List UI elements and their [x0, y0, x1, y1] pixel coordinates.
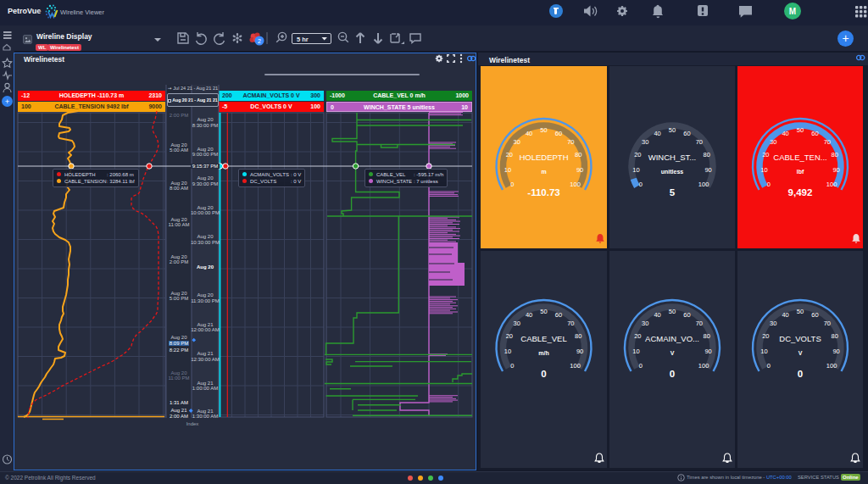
svg-text:90: 90 [576, 166, 583, 174]
svg-text:m/h: m/h [538, 350, 548, 356]
svg-text:0: 0 [767, 181, 771, 188]
svg-text:unitless: unitless [661, 169, 684, 175]
svg-text:90: 90 [704, 166, 711, 174]
svg-text:90: 90 [704, 348, 711, 355]
svg-text:50: 50 [669, 126, 676, 134]
svg-text:10: 10 [760, 348, 767, 355]
svg-text:60: 60 [683, 130, 690, 137]
svg-text:50: 50 [540, 126, 547, 134]
svg-text:70: 70 [696, 138, 703, 146]
svg-text:20: 20 [634, 151, 641, 159]
svg-text:20: 20 [506, 332, 513, 340]
svg-text:40: 40 [654, 311, 660, 319]
svg-text:0: 0 [510, 362, 514, 370]
svg-text:100: 100 [698, 181, 709, 188]
svg-text:70: 70 [824, 320, 831, 327]
svg-text:50: 50 [797, 308, 804, 315]
svg-text:90: 90 [832, 348, 839, 355]
svg-text:30: 30 [770, 320, 776, 327]
svg-text:80: 80 [575, 151, 581, 159]
svg-text:0: 0 [798, 369, 803, 379]
svg-text:30: 30 [642, 138, 648, 146]
svg-text:V: V [670, 350, 675, 356]
svg-text:0: 0 [510, 181, 514, 188]
svg-text:50: 50 [797, 126, 804, 134]
svg-text:lbf: lbf [797, 169, 804, 175]
svg-text:40: 40 [782, 311, 788, 319]
svg-text:5: 5 [670, 187, 676, 197]
svg-text:HOLEDEPTH: HOLEDEPTH [519, 153, 568, 162]
svg-text:10: 10 [632, 166, 639, 174]
svg-text:+: + [5, 97, 10, 106]
svg-text:80: 80 [832, 332, 838, 340]
svg-text:0: 0 [639, 181, 643, 188]
svg-text:30: 30 [642, 320, 648, 327]
svg-text:DC_VOLTS: DC_VOLTS [779, 334, 821, 343]
svg-text:80: 80 [832, 151, 838, 159]
svg-text:20: 20 [634, 332, 641, 340]
svg-text:70: 70 [567, 320, 574, 327]
svg-text:20: 20 [762, 332, 769, 340]
svg-text:100: 100 [826, 181, 837, 188]
svg-text:20: 20 [762, 151, 769, 159]
svg-text:60: 60 [555, 130, 562, 137]
svg-text:0: 0 [767, 362, 771, 370]
svg-text:90: 90 [832, 166, 839, 174]
svg-text:40: 40 [526, 130, 532, 137]
svg-text:50: 50 [669, 308, 676, 315]
svg-text:ACMAIN_VO...: ACMAIN_VO... [645, 334, 699, 343]
svg-text:10: 10 [504, 166, 511, 174]
svg-text:70: 70 [824, 138, 831, 146]
svg-text:0: 0 [541, 369, 546, 379]
svg-text:60: 60 [811, 311, 818, 319]
svg-text:30: 30 [514, 320, 520, 327]
svg-text:80: 80 [575, 332, 581, 340]
svg-text:m: m [541, 169, 546, 175]
svg-text:100: 100 [570, 362, 581, 370]
svg-text:30: 30 [514, 138, 520, 146]
svg-text:M: M [789, 7, 796, 16]
svg-text:-110.73: -110.73 [527, 187, 559, 197]
svg-text:100: 100 [570, 181, 581, 188]
svg-text:40: 40 [654, 130, 660, 137]
svg-text:60: 60 [683, 311, 690, 319]
svg-text:2: 2 [258, 38, 261, 44]
svg-text:40: 40 [526, 311, 532, 319]
svg-text:20: 20 [506, 151, 513, 159]
svg-text:9,492: 9,492 [788, 187, 813, 197]
svg-text:10: 10 [632, 348, 639, 355]
svg-text:60: 60 [811, 130, 818, 137]
svg-text:40: 40 [782, 130, 788, 137]
svg-text:80: 80 [704, 151, 710, 159]
svg-text:CABLE_VEL: CABLE_VEL [520, 334, 566, 343]
svg-text:60: 60 [555, 311, 562, 319]
svg-text:0: 0 [670, 369, 675, 379]
svg-text:10: 10 [504, 348, 511, 355]
svg-text:100: 100 [698, 362, 709, 370]
svg-text:V: V [798, 350, 803, 356]
svg-text:CABLE_TEN...: CABLE_TEN... [773, 153, 826, 162]
svg-text:50: 50 [540, 308, 547, 315]
svg-text:80: 80 [704, 332, 710, 340]
svg-text:10: 10 [760, 166, 767, 174]
svg-text:100: 100 [826, 362, 837, 370]
svg-text:70: 70 [696, 320, 703, 327]
svg-text:0: 0 [639, 362, 643, 370]
svg-text:WINCH_ST...: WINCH_ST... [648, 153, 696, 162]
svg-text:30: 30 [770, 138, 776, 146]
svg-text:90: 90 [576, 348, 583, 355]
svg-text:70: 70 [567, 138, 574, 146]
